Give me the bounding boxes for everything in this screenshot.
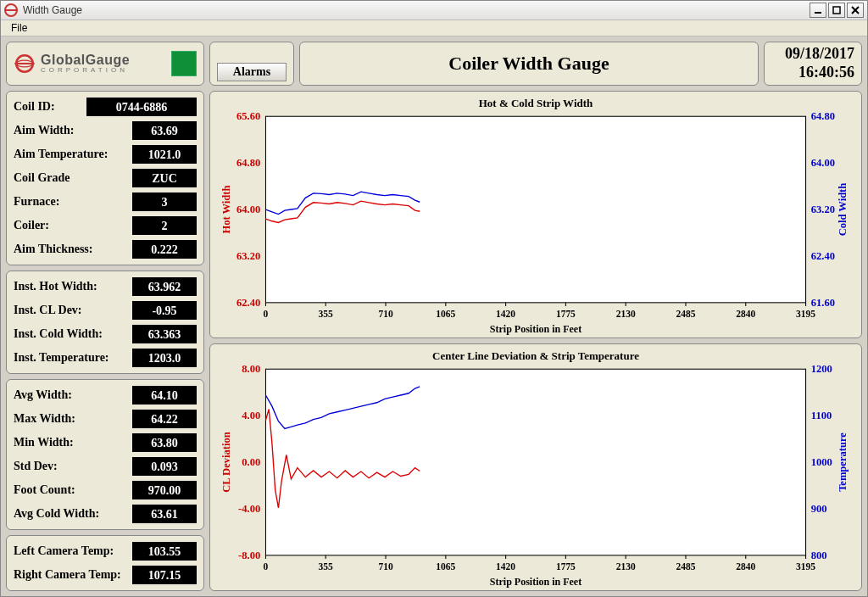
titlebar: Width Gauge	[1, 1, 867, 20]
svg-text:355: 355	[319, 309, 333, 319]
svg-rect-9	[265, 116, 805, 303]
bottom-chart-title: Center Line Deviation & Strip Temperatur…	[217, 349, 854, 363]
maximize-icon	[832, 6, 841, 14]
svg-text:64.80: 64.80	[811, 112, 835, 122]
furnace-value: 3	[132, 192, 197, 211]
svg-text:8.00: 8.00	[242, 365, 260, 375]
date-text: 09/18/2017	[771, 45, 854, 64]
svg-text:1420: 1420	[496, 561, 515, 572]
coil-grade-value: ZUC	[132, 169, 197, 187]
right-cam-value: 107.15	[132, 566, 197, 584]
svg-text:1200: 1200	[811, 365, 832, 375]
svg-text:0.00: 0.00	[242, 456, 260, 468]
menubar: File	[1, 20, 867, 36]
inst-cold-label: Inst. Cold Width:	[14, 327, 132, 341]
alarms-button[interactable]: Alarms	[217, 63, 287, 81]
svg-text:710: 710	[378, 309, 392, 319]
svg-text:Hot Width: Hot Width	[220, 186, 232, 234]
coiler-label: Coiler:	[14, 219, 132, 232]
svg-text:1775: 1775	[556, 309, 576, 319]
svg-text:710: 710	[378, 561, 392, 572]
left-cam-value: 103.55	[132, 542, 197, 561]
svg-text:64.80: 64.80	[236, 157, 260, 169]
right-cam-label: Right Camera Temp:	[14, 568, 132, 582]
avg-width-value: 64.10	[132, 386, 197, 405]
svg-text:800: 800	[811, 550, 827, 561]
top-chart-title: Hot & Cold Strip Width	[217, 97, 854, 110]
brand-name: GlobalGauge	[41, 53, 130, 67]
avg-cold-value: 63.61	[132, 505, 197, 523]
instant-panel: Inst. Hot Width: 63.962 Inst. CL Dev: -0…	[6, 271, 204, 374]
svg-text:0: 0	[264, 309, 269, 319]
menu-file[interactable]: File	[6, 22, 32, 34]
status-indicator	[171, 51, 197, 76]
left-column: Coil ID: 0744-6886 Aim Width: 63.69 Aim …	[6, 91, 204, 591]
app-window: Width Gauge File	[0, 0, 868, 597]
window-controls	[810, 3, 864, 18]
svg-text:0: 0	[264, 561, 269, 572]
inst-temp-value: 1203.0	[132, 349, 197, 367]
aim-temp-value: 1021.0	[132, 145, 197, 164]
top-chart-panel: Hot & Cold Strip Width 65.6064.8064.0063…	[209, 91, 862, 338]
stats-panel: Avg Width: 64.10 Max Width: 64.22 Min Wi…	[6, 379, 204, 530]
coil-id-label: Coil ID:	[14, 100, 86, 114]
svg-text:1420: 1420	[496, 309, 515, 319]
svg-text:900: 900	[811, 503, 827, 515]
svg-text:64.00: 64.00	[811, 157, 835, 169]
aim-thick-label: Aim Thickness:	[14, 243, 132, 256]
svg-rect-42	[265, 369, 805, 555]
company-logo-icon	[14, 53, 36, 75]
min-width-label: Min Width:	[14, 436, 132, 449]
svg-text:2130: 2130	[616, 309, 636, 319]
bottom-chart: 8.004.000.00-4.00-8.00120011001000900800…	[217, 365, 854, 577]
svg-text:63.20: 63.20	[236, 250, 260, 262]
svg-text:2840: 2840	[736, 561, 755, 572]
svg-text:4.00: 4.00	[242, 410, 260, 421]
svg-text:1775: 1775	[556, 561, 576, 572]
max-width-label: Max Width:	[14, 412, 132, 426]
main-row: Coil ID: 0744-6886 Aim Width: 63.69 Aim …	[6, 91, 862, 591]
aim-thick-value: 0.222	[132, 240, 197, 259]
furnace-label: Furnace:	[14, 195, 132, 209]
svg-text:62.40: 62.40	[811, 250, 835, 262]
top-chart-xlabel: Strip Position in Feet	[217, 323, 854, 336]
avg-width-label: Avg Width:	[14, 388, 132, 402]
svg-text:64.00: 64.00	[236, 204, 260, 215]
foot-count-value: 970.00	[132, 481, 197, 499]
svg-text:355: 355	[319, 561, 333, 572]
logo-text: GlobalGauge CORPORATION	[41, 53, 130, 74]
top-chart: 65.6064.8064.0063.2062.4064.8064.0063.20…	[217, 112, 854, 325]
max-width-value: 64.22	[132, 410, 197, 428]
time-text: 16:40:56	[771, 64, 854, 82]
svg-text:61.60: 61.60	[811, 297, 835, 309]
svg-text:3195: 3195	[796, 309, 815, 319]
svg-text:2485: 2485	[676, 561, 695, 572]
close-button[interactable]	[847, 3, 864, 18]
svg-text:-4.00: -4.00	[238, 503, 260, 515]
inst-cold-value: 63.363	[132, 325, 197, 343]
std-dev-value: 0.093	[132, 457, 197, 476]
inst-hot-label: Inst. Hot Width:	[14, 280, 132, 293]
coil-info-panel: Coil ID: 0744-6886 Aim Width: 63.69 Aim …	[6, 91, 204, 265]
foot-count-label: Foot Count:	[14, 483, 132, 497]
window-title: Width Gauge	[23, 4, 810, 16]
bottom-chart-xlabel: Strip Position in Feet	[217, 576, 854, 589]
aim-width-value: 63.69	[132, 121, 197, 140]
svg-text:62.40: 62.40	[236, 297, 260, 309]
svg-text:65.60: 65.60	[236, 112, 260, 122]
camera-panel: Left Camera Temp: 103.55 Right Camera Te…	[6, 535, 204, 591]
page-title-panel: Coiler Width Gauge	[299, 42, 759, 86]
content-area: GlobalGauge CORPORATION Alarms Coiler Wi…	[1, 36, 867, 596]
header-row: GlobalGauge CORPORATION Alarms Coiler Wi…	[6, 42, 862, 86]
svg-text:1000: 1000	[811, 456, 832, 468]
inst-cl-value: -0.95	[132, 301, 197, 320]
svg-text:2485: 2485	[676, 309, 695, 319]
min-width-value: 63.80	[132, 433, 197, 452]
left-cam-label: Left Camera Temp:	[14, 544, 132, 558]
aim-temp-label: Aim Temperature:	[14, 148, 132, 161]
maximize-button[interactable]	[828, 3, 845, 18]
minimize-button[interactable]	[810, 3, 826, 18]
inst-temp-label: Inst. Temperature:	[14, 351, 132, 365]
svg-text:Temperature: Temperature	[837, 432, 849, 492]
svg-text:CL Deviation: CL Deviation	[220, 432, 232, 492]
